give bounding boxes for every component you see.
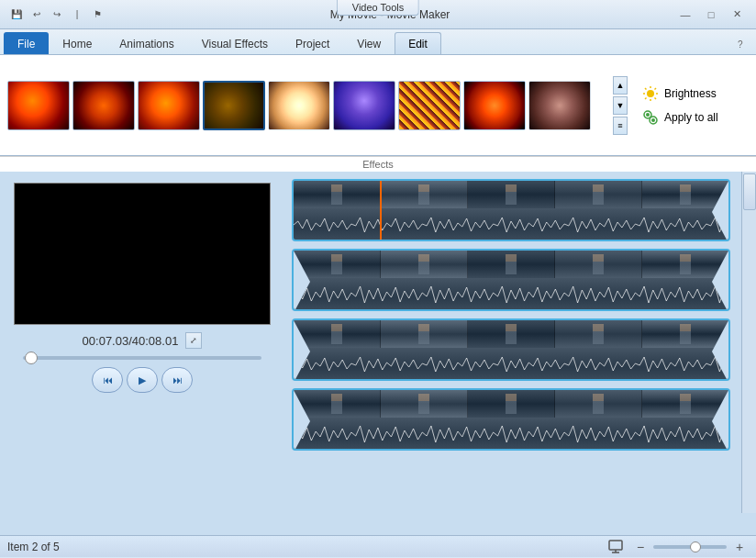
timeline-area	[284, 172, 756, 535]
waveform-1	[294, 212, 728, 238]
track-2-arrow-left	[294, 251, 310, 311]
zoom-controls: − +	[607, 539, 749, 555]
effects-scroll: ▲ ▼ ≡	[613, 76, 628, 135]
track-4-arrow-right	[712, 390, 728, 451]
effect-3[interactable]	[138, 81, 200, 130]
waveform-4	[294, 421, 728, 447]
ribbon-tabs: File Home Animations Visual Effects Proj…	[0, 29, 756, 55]
effects-label: Effects	[0, 156, 756, 172]
ribbon-right-panel: Brightness Apply to all	[639, 84, 749, 128]
apply-to-label: Apply to all	[664, 111, 718, 124]
svg-rect-13	[609, 541, 622, 550]
svg-line-6	[655, 97, 657, 99]
svg-line-7	[655, 88, 657, 90]
undo-btn[interactable]: ↩	[28, 6, 46, 24]
status-bar: Item 2 of 5 − +	[0, 535, 756, 557]
flag-btn[interactable]: ⚑	[88, 6, 106, 24]
brightness-icon	[642, 85, 659, 102]
fast-forward-btn[interactable]: ⏭	[161, 367, 193, 393]
track-3[interactable]	[292, 318, 730, 381]
marker-btn[interactable]: |	[68, 6, 86, 24]
maximize-btn[interactable]: □	[699, 6, 723, 24]
status-text: Item 2 of 5	[7, 541, 600, 553]
time-display: 00:07.03/40:08.01 ⤢	[83, 332, 203, 349]
close-btn[interactable]: ✕	[725, 6, 749, 24]
zoom-in-btn[interactable]: +	[730, 539, 749, 555]
track-4-arrow-left	[294, 390, 310, 451]
save-quick-btn[interactable]: 💾	[7, 6, 26, 24]
main-area: 00:07.03/40:08.01 ⤢ ⏮ ▶ ⏭	[0, 172, 756, 535]
player-controls: ⏮ ▶ ⏭	[92, 367, 193, 393]
effect-7[interactable]	[398, 81, 461, 130]
brightness-item[interactable]: Brightness	[639, 84, 749, 104]
ribbon-help: ?	[738, 39, 752, 54]
track-1[interactable]	[292, 179, 730, 241]
effect-4-selected[interactable]	[203, 81, 265, 130]
effects-strip	[7, 81, 607, 130]
waveform-3	[294, 352, 728, 377]
quick-access-toolbar: 💾 ↩ ↪ | ⚑	[7, 6, 106, 24]
title-bar: 💾 ↩ ↪ | ⚑ My Movie - Movie Maker Video T…	[0, 0, 756, 29]
scroll-expand-btn[interactable]: ≡	[613, 117, 628, 135]
tab-edit[interactable]: Edit	[395, 32, 441, 54]
time-text: 00:07.03/40:08.01	[83, 334, 179, 348]
svg-line-5	[645, 88, 647, 90]
tab-file[interactable]: File	[4, 32, 49, 54]
window-controls: — □ ✕	[673, 6, 749, 24]
rewind-btn[interactable]: ⏮	[92, 367, 123, 393]
monitor-btn[interactable]	[607, 539, 628, 555]
effect-8[interactable]	[463, 81, 526, 130]
ribbon-content: ▲ ▼ ≡	[0, 55, 756, 172]
help-icon[interactable]: ?	[738, 39, 752, 54]
track-1-arrow-right	[712, 181, 728, 241]
apply-to-icon	[642, 109, 659, 126]
scroll-thumb[interactable]	[743, 173, 756, 210]
track-2-arrow-right	[712, 251, 728, 311]
video-tools-badge: Video Tools	[337, 0, 419, 16]
play-btn[interactable]: ▶	[127, 367, 158, 393]
svg-point-11	[646, 113, 650, 117]
effect-2[interactable]	[72, 81, 135, 130]
track-3-arrow-right	[712, 320, 728, 381]
zoom-out-btn[interactable]: −	[631, 539, 650, 555]
tab-view[interactable]: View	[343, 32, 395, 54]
svg-point-0	[647, 90, 654, 97]
redo-btn[interactable]: ↪	[48, 6, 66, 24]
track-2[interactable]	[292, 249, 730, 311]
progress-thumb[interactable]	[25, 352, 38, 364]
monitor-icon	[608, 540, 627, 554]
tab-home[interactable]: Home	[49, 32, 106, 54]
waveform-2	[294, 282, 728, 307]
preview-panel: 00:07.03/40:08.01 ⤢ ⏮ ▶ ⏭	[0, 172, 284, 535]
apply-to-all-item[interactable]: Apply to all	[639, 107, 749, 128]
timeline-scrollbar[interactable]	[741, 172, 756, 513]
expand-btn[interactable]: ⤢	[185, 332, 202, 349]
minimize-btn[interactable]: —	[673, 6, 697, 24]
preview-screen	[14, 183, 271, 325]
effect-9[interactable]	[528, 81, 591, 130]
effect-6[interactable]	[333, 81, 395, 130]
progress-bar[interactable]	[23, 356, 261, 360]
tab-project[interactable]: Project	[282, 32, 343, 54]
playhead	[380, 179, 382, 241]
effect-1[interactable]	[7, 81, 70, 130]
effect-5[interactable]	[268, 81, 330, 130]
scroll-down-btn[interactable]: ▼	[613, 96, 628, 115]
scroll-up-btn[interactable]: ▲	[613, 76, 628, 95]
zoom-thumb[interactable]	[690, 541, 701, 552]
zoom-slider[interactable]	[653, 545, 727, 549]
svg-point-12	[651, 118, 655, 122]
track-3-arrow-left	[294, 320, 310, 381]
brightness-label: Brightness	[664, 87, 717, 100]
track-4[interactable]	[292, 388, 730, 451]
svg-line-8	[645, 97, 647, 99]
tab-visual-effects[interactable]: Visual Effects	[188, 32, 282, 54]
tab-animations[interactable]: Animations	[106, 32, 187, 54]
